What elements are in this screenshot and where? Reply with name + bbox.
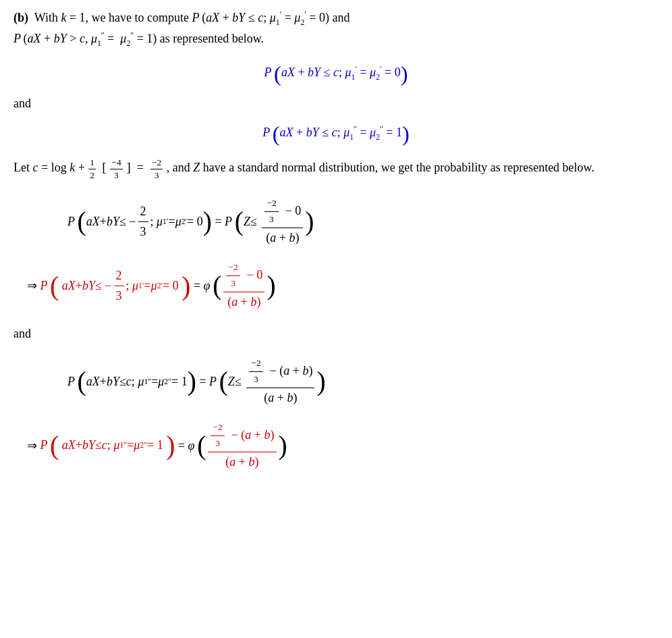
and-text-1: and — [13, 97, 659, 111]
big-paren-left-2: ( — [235, 209, 244, 236]
bold-label: (b) — [13, 11, 28, 24]
big-paren-left-1: ( — [78, 209, 86, 236]
big-paren-right-1: ) — [203, 209, 212, 236]
big-paren-right-3: ) — [181, 271, 190, 301]
big-paren-left-4: ( — [213, 273, 221, 300]
neg4over3-frac: −4 3 — [110, 157, 122, 181]
half-frac: 1 2 — [88, 157, 96, 181]
and-text-2: and — [13, 327, 659, 341]
big-paren-left-7: ( — [50, 431, 59, 460]
implies-line-2: ⇒ P ( aX + bY ≤ c; μ1″ = μ2″ = 1 ) = φ (… — [27, 416, 659, 476]
equation-1: P ( aX + bY ≤ − 2 3 ; μ1′ = μ2′ = 0 ) = … — [67, 192, 659, 252]
big-paren-left-8: ( — [197, 433, 206, 460]
neg2-3-num-2: −2 3 — [249, 357, 262, 386]
page-content: (b) With k = 1, we have to compute P (aX… — [13, 8, 659, 476]
neg2-3-num: −2 3 — [264, 197, 278, 226]
z-frac-1: −2 3 − 0 (a + b) — [262, 197, 303, 246]
blue-formula-2: P (aX + bY ≤ c; μ1″ = μ2″ = 1) — [13, 123, 659, 144]
big-paren-right-5: ) — [188, 369, 196, 396]
big-paren-right-7: ) — [166, 431, 175, 460]
big-paren-right-2: ) — [305, 209, 314, 236]
phi-frac-1: −2 3 − 0 (a + b) — [223, 261, 264, 311]
big-paren-left-6: ( — [219, 369, 228, 396]
equation-2: P ( aX + bY ≤ c; μ1″ = μ2″ = 1 ) = P ( Z… — [67, 352, 659, 412]
blue-formula-1: P (aX + bY ≤ c; μ1′ = μ2′ = 0) — [13, 63, 659, 84]
let-paragraph: Let c = log k + 1 2 [ −4 3 ] = −2 3 , an… — [13, 157, 659, 181]
big-paren-right-4: ) — [267, 273, 275, 300]
big-paren-right-8: ) — [279, 433, 287, 460]
big-paren-left-5: ( — [78, 369, 86, 396]
z-frac-2: −2 3 − (a + b) (a + b) — [246, 357, 314, 406]
big-paren-right-6: ) — [316, 369, 325, 396]
two-thirds-frac-1: 2 3 — [138, 203, 148, 240]
intro-text: With k = 1, we have to compute P (aX + b… — [32, 11, 350, 24]
phi-frac-2: −2 3 − (a + b) (a + b) — [208, 421, 276, 471]
phi-neg2-3-2: −2 3 — [211, 421, 224, 450]
intro-paragraph: (b) With k = 1, we have to compute P (aX… — [13, 8, 659, 51]
neg2over3-frac: −2 3 — [150, 157, 163, 181]
phi-neg2-3: −2 3 — [226, 261, 240, 290]
intro-text-line2: P (aX + bY > c, μ1″ = μ2″ = 1) as repres… — [13, 32, 264, 45]
two-thirds-frac-2: 2 3 — [114, 267, 124, 304]
big-paren-left-3: ( — [50, 271, 59, 301]
implies-line-1: ⇒ P ( aX + bY ≤ − 2 3 ; μ1′ = μ2′ = 0 ) … — [27, 256, 659, 316]
